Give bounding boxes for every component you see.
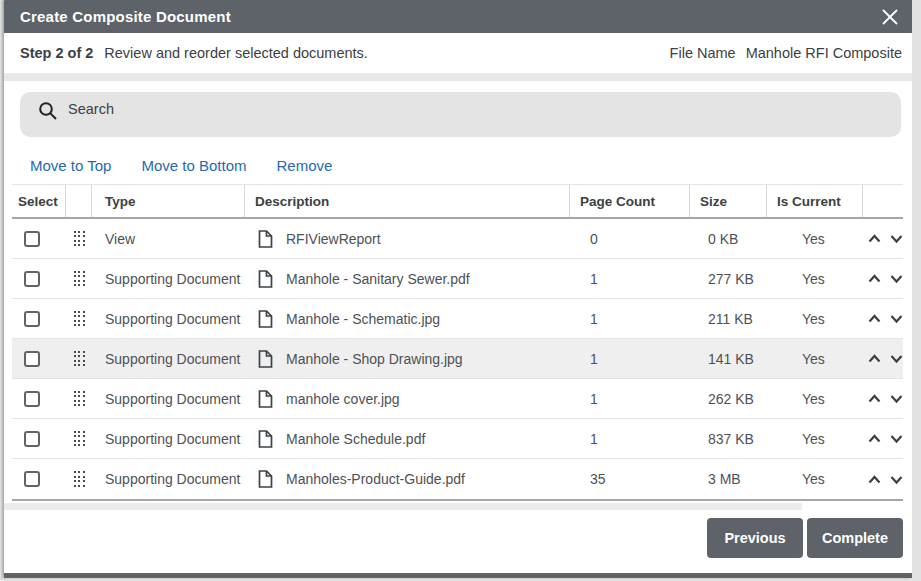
row-page-count: 35	[570, 471, 690, 487]
move-down-icon[interactable]	[889, 352, 904, 365]
row-size: 837 KB	[690, 431, 767, 447]
move-to-bottom-link[interactable]: Move to Bottom	[141, 157, 246, 174]
document-icon	[258, 470, 273, 488]
row-description: Manhole - Shop Drawing.jpg	[286, 351, 463, 367]
drag-handle-icon[interactable]	[74, 391, 85, 407]
move-up-icon[interactable]	[867, 312, 882, 325]
move-up-icon[interactable]	[867, 432, 882, 445]
document-icon	[258, 390, 273, 408]
step-bar: Step 2 of 2 Review and reorder selected …	[4, 33, 912, 73]
header-description: Description	[245, 185, 570, 217]
documents-table: Select Type Description Page Count Size …	[12, 184, 903, 501]
close-icon[interactable]	[880, 7, 900, 27]
dialog-footer: Previous Complete	[707, 518, 903, 558]
move-up-icon[interactable]	[867, 272, 882, 285]
row-size: 262 KB	[690, 391, 767, 407]
row-type: Supporting Document	[92, 271, 245, 287]
row-is-current: Yes	[767, 271, 863, 287]
dialog-title: Create Composite Document	[20, 8, 231, 25]
row-type: Supporting Document	[92, 311, 245, 327]
move-down-icon[interactable]	[889, 392, 904, 405]
move-down-icon[interactable]	[889, 312, 904, 325]
row-is-current: Yes	[767, 231, 863, 247]
previous-button[interactable]: Previous	[707, 518, 803, 558]
horizontal-scrollbar[interactable]	[4, 503, 802, 510]
dialog-header: Create Composite Document	[4, 0, 912, 33]
search-icon	[38, 101, 58, 125]
table-row: Supporting Document manhole cover.jpg 1 …	[12, 379, 903, 419]
row-type: Supporting Document	[92, 391, 245, 407]
row-page-count: 1	[570, 311, 690, 327]
document-icon	[258, 350, 273, 368]
row-type: Supporting Document	[92, 471, 245, 487]
remove-link[interactable]: Remove	[277, 157, 333, 174]
move-down-icon[interactable]	[889, 473, 904, 486]
row-description: Manhole - Schematic.jpg	[286, 311, 440, 327]
document-icon	[258, 310, 273, 328]
row-description: Manhole - Sanitary Sewer.pdf	[286, 271, 470, 287]
table-row: Supporting Document Manhole - Shop Drawi…	[12, 339, 903, 379]
row-checkbox[interactable]	[24, 271, 40, 287]
row-size: 3 MB	[690, 471, 767, 487]
drag-handle-icon[interactable]	[74, 271, 85, 287]
table-row: View RFIViewReport 0 0 KB Yes	[12, 219, 903, 259]
row-page-count: 0	[570, 231, 690, 247]
row-checkbox[interactable]	[24, 431, 40, 447]
drag-handle-icon[interactable]	[74, 471, 85, 487]
move-up-icon[interactable]	[867, 473, 882, 486]
move-down-icon[interactable]	[889, 232, 904, 245]
row-page-count: 1	[570, 391, 690, 407]
row-page-count: 1	[570, 271, 690, 287]
row-size: 211 KB	[690, 311, 767, 327]
table-row: Supporting Document Manhole - Sanitary S…	[12, 259, 903, 299]
row-type: Supporting Document	[92, 351, 245, 367]
drag-handle-icon[interactable]	[74, 311, 85, 327]
document-icon	[258, 230, 273, 248]
drag-handle-icon[interactable]	[74, 431, 85, 447]
table-row: Supporting Document Manholes-Product-Gui…	[12, 459, 903, 499]
search-input[interactable]: Search	[20, 92, 901, 137]
move-down-icon[interactable]	[889, 432, 904, 445]
row-checkbox[interactable]	[24, 311, 40, 327]
row-checkbox[interactable]	[24, 351, 40, 367]
file-name-value: Manhole RFI Composite	[746, 45, 902, 61]
row-description: manhole cover.jpg	[286, 391, 400, 407]
table-row: Supporting Document Manhole Schedule.pdf…	[12, 419, 903, 459]
row-description: Manhole Schedule.pdf	[286, 431, 425, 447]
row-description: RFIViewReport	[286, 231, 381, 247]
document-icon	[258, 430, 273, 448]
move-down-icon[interactable]	[889, 272, 904, 285]
row-size: 277 KB	[690, 271, 767, 287]
file-name-label: File Name	[670, 45, 736, 61]
row-size: 0 KB	[690, 231, 767, 247]
header-size: Size	[690, 185, 767, 217]
move-up-icon[interactable]	[867, 232, 882, 245]
move-up-icon[interactable]	[867, 392, 882, 405]
row-checkbox[interactable]	[24, 391, 40, 407]
search-placeholder: Search	[68, 101, 114, 117]
header-page-count: Page Count	[570, 185, 690, 217]
row-type: Supporting Document	[92, 431, 245, 447]
complete-button[interactable]: Complete	[807, 518, 903, 558]
row-checkbox[interactable]	[24, 231, 40, 247]
row-page-count: 1	[570, 431, 690, 447]
row-is-current: Yes	[767, 351, 863, 367]
row-checkbox[interactable]	[24, 471, 40, 487]
move-to-top-link[interactable]: Move to Top	[30, 157, 111, 174]
row-type: View	[92, 231, 245, 247]
row-description: Manholes-Product-Guide.pdf	[286, 471, 465, 487]
drag-handle-icon[interactable]	[74, 231, 85, 247]
row-is-current: Yes	[767, 471, 863, 487]
header-reorder	[863, 185, 903, 217]
create-composite-document-dialog: Create Composite Document Step 2 of 2 Re…	[4, 0, 912, 578]
row-is-current: Yes	[767, 391, 863, 407]
row-is-current: Yes	[767, 431, 863, 447]
drag-handle-icon[interactable]	[74, 351, 85, 367]
move-up-icon[interactable]	[867, 352, 882, 365]
row-is-current: Yes	[767, 311, 863, 327]
row-page-count: 1	[570, 351, 690, 367]
header-select: Select	[12, 185, 66, 217]
document-icon	[258, 270, 273, 288]
step-description: Review and reorder selected documents.	[104, 45, 368, 61]
step-label: Step 2 of 2	[20, 45, 93, 61]
